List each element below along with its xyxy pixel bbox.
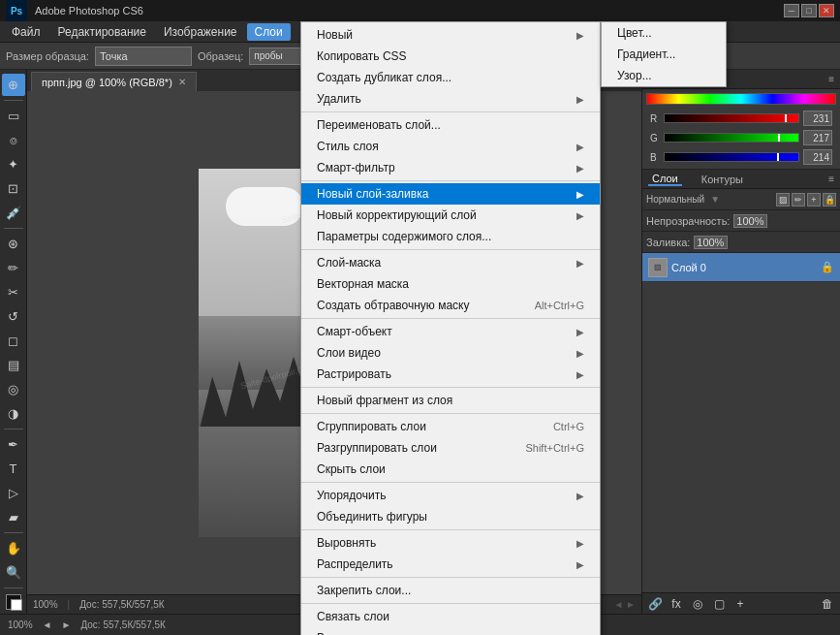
opacity-value[interactable]: 100% [733,214,767,228]
title-bar-controls: ─ □ ✕ [784,4,834,17]
menu-layer-mask[interactable]: Слой-маска ▶ [301,252,600,273]
tool-pen[interactable]: ✒ [2,433,25,456]
submenu-pattern[interactable]: Узор... [602,65,726,86]
menu-group-4: Слой-маска ▶ Векторная маска Создать обт… [301,250,600,319]
menu-item-layer[interactable]: Слои [247,23,291,41]
sample-box: пробы [249,48,307,65]
layer-effects-btn[interactable]: fx [668,596,685,612]
menu-combine-shapes[interactable]: Объединить фигуры [301,506,600,527]
tool-brush[interactable]: ✏ [2,257,25,279]
tool-text[interactable]: T [2,458,25,480]
r-value[interactable]: 231 [803,111,832,126]
menu-ungroup-layers[interactable]: Разгруппировать слои Shift+Ctrl+G [301,437,600,459]
tool-spot-heal[interactable]: ⊛ [2,233,25,255]
tool-eraser[interactable]: ◻ [2,330,25,352]
menu-hide-layers[interactable]: Скрыть слои [301,459,600,480]
lock-image-btn[interactable]: ✏ [792,193,805,206]
close-button[interactable]: ✕ [819,4,834,17]
size-dropdown[interactable]: Точка [95,47,192,66]
b-value[interactable]: 214 [803,149,832,165]
g-value[interactable]: 217 [803,130,832,145]
menu-new[interactable]: Новый ▶ [301,24,600,46]
menu-style[interactable]: Стиль слоя ▶ [301,136,600,157]
menu-new-slice[interactable]: Новый фрагмент из слоя [301,390,600,411]
menu-item-file[interactable]: Файл [4,23,48,41]
new-group-btn[interactable]: ▢ [710,596,728,612]
menu-rename[interactable]: Переименовать слой... [301,114,600,136]
lock-transparent-btn[interactable]: ▨ [776,193,790,206]
ps-logo: Ps [6,0,27,21]
tool-move[interactable]: ⊕ [2,74,25,96]
bottom-nav-left[interactable]: ◄ [43,619,52,630]
menu-rasterize[interactable]: Растрировать ▶ [301,364,600,385]
layers-tab[interactable]: Слои [648,173,682,186]
delete-layer-btn[interactable]: 🗑 [819,596,836,612]
r-label: R [650,113,660,124]
menu-new-adjustment[interactable]: Новый корректирующий слой ▶ [301,205,600,226]
tool-quick-select[interactable]: ✦ [2,153,25,175]
tool-shape[interactable]: ▰ [2,506,25,528]
tool-crop[interactable]: ⊡ [2,177,25,200]
menu-smart-filter[interactable]: Смарт-фильтр ▶ [301,157,600,178]
menu-align[interactable]: Выровнять ▶ [301,532,600,554]
blend-arrow: ▼ [710,194,720,205]
lock-position-btn[interactable]: + [807,193,821,206]
layers-options-btn[interactable]: ≡ [828,174,834,184]
menu-copy-css[interactable]: Копировать CSS [301,46,600,67]
link-layers-btn[interactable]: 🔗 [646,596,664,612]
canvas-tab-close[interactable]: ✕ [178,77,186,87]
tool-gradient[interactable]: ▤ [2,354,25,376]
maximize-button[interactable]: □ [801,4,817,17]
menu-group-layers[interactable]: Сгруппировать слои Ctrl+G [301,416,600,437]
menu-delete[interactable]: Удалить ▶ [301,88,600,110]
background-color[interactable] [11,599,22,611]
tool-lasso[interactable]: ⌾ [2,129,25,151]
foreground-color[interactable] [6,594,21,610]
tool-dodge[interactable]: ◑ [2,402,25,425]
menu-link-layers[interactable]: Связать слои [301,606,600,627]
contours-tab[interactable]: Контуры [698,174,747,185]
cloud-1 [226,187,303,226]
menu-item-edit[interactable]: Редактирование [50,23,154,41]
submenu-color[interactable]: Цвет... [602,22,726,44]
tool-clone[interactable]: ✂ [2,281,25,303]
bottom-nav-right[interactable]: ► [61,619,71,630]
tool-eyedropper[interactable]: 💉 [2,202,25,224]
layer-mask-btn[interactable]: ◎ [689,596,706,612]
menu-clipping-mask[interactable]: Создать обтравочную маску Alt+Ctrl+G [301,295,600,316]
b-slider[interactable] [664,152,799,162]
color-spectrum-bar[interactable] [646,93,836,105]
menu-vector-mask[interactable]: Векторная маска [301,273,600,295]
fill-value[interactable]: 100% [694,236,728,249]
r-slider[interactable] [664,113,799,123]
submenu-gradient[interactable]: Градиент... [602,44,726,65]
arrow-video: ▶ [576,348,584,359]
title-bar: Ps Adobe Photoshop CS6 ─ □ ✕ [0,0,840,21]
menu-group-10: Закрепить слои... [301,578,600,604]
tool-blur[interactable]: ◎ [2,378,25,400]
tool-divider-4 [4,532,23,533]
menu-select-linked[interactable]: Выделить связанные слои [301,627,600,635]
lock-all-btn[interactable]: 🔒 [823,193,836,206]
color-row-r: R 231 [646,109,836,128]
tool-hand[interactable]: ✋ [2,537,25,559]
menu-new-fill-layer[interactable]: Новый слой-заливка ▶ [301,183,600,205]
menu-lock-layers[interactable]: Закрепить слои... [301,580,600,601]
layer-item-1[interactable]: ▨ Слой 0 🔒 [642,253,840,282]
panel-options-btn[interactable]: ≡ [828,74,834,84]
menu-arrange[interactable]: Упорядочить ▶ [301,485,600,506]
tool-zoom[interactable]: 🔍 [2,561,25,584]
menu-distribute[interactable]: Распределить ▶ [301,554,600,575]
new-layer-btn[interactable]: + [731,596,749,612]
canvas-tab[interactable]: прпп.jpg @ 100% (RGB/8*) ✕ [31,72,197,91]
menu-duplicate[interactable]: Создать дубликат слоя... [301,67,600,88]
minimize-button[interactable]: ─ [784,4,799,17]
menu-item-image[interactable]: Изображение [156,23,245,41]
menu-content-options[interactable]: Параметры содержимого слоя... [301,226,600,247]
tool-history-brush[interactable]: ↺ [2,305,25,328]
tool-path-select[interactable]: ▷ [2,482,25,504]
menu-video-layers[interactable]: Слои видео ▶ [301,342,600,364]
tool-marquee[interactable]: ▭ [2,105,25,127]
g-slider[interactable] [664,133,799,143]
menu-smart-object[interactable]: Смарт-объект ▶ [301,321,600,342]
